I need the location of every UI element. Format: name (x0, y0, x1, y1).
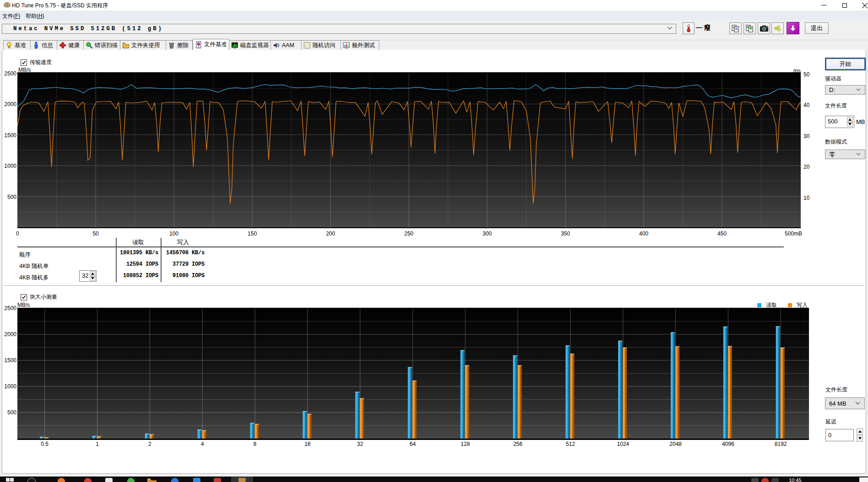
block-size-checkbox-row[interactable]: 块大小测量 (21, 293, 57, 301)
spin-up-button[interactable] (847, 117, 853, 122)
menu-file-label: 文件(F) (2, 13, 20, 19)
menu-help-label: 帮助(H) (26, 13, 44, 19)
write-bar-2048 (675, 346, 679, 439)
block-size-checkbox[interactable] (21, 294, 27, 300)
taskbar-app-green[interactable] (127, 478, 135, 482)
exit-button[interactable]: 退出 (805, 22, 829, 34)
magnifier-icon (86, 42, 93, 49)
chart2-ytick: 500 (1, 409, 16, 416)
chart1-xtick: 100 (167, 230, 180, 237)
menu-help[interactable]: 帮助(H) (26, 12, 44, 20)
data-mode-combo[interactable]: 零 (825, 150, 865, 159)
spin-up-button[interactable] (857, 428, 863, 435)
chart1-y2tick: 50 (803, 71, 809, 78)
download-arrow-icon (790, 25, 796, 32)
spin-down-button[interactable] (857, 435, 863, 442)
arrow-up-icon (858, 430, 862, 433)
chart2-xtick: 8192 (769, 441, 792, 447)
minimize-button[interactable] (814, 0, 834, 11)
taskbar-active-app[interactable] (231, 477, 253, 482)
donate-button[interactable] (771, 22, 784, 34)
screenshot-button[interactable] (758, 22, 770, 34)
read-bar-4 (198, 429, 202, 439)
spin-up-button[interactable] (90, 271, 96, 276)
file-length-input[interactable]: 500 (825, 116, 854, 128)
tab-random-access[interactable]: 随机访问 (302, 40, 341, 50)
taskbar-app-blue[interactable] (171, 478, 178, 482)
table-write-value: 1456706 KB/s (120, 250, 205, 256)
tab-label: 磁盘监视器 (240, 42, 269, 49)
extra-tests-icon (343, 42, 350, 49)
taskbar-tray-icon1[interactable] (751, 478, 759, 482)
legend-write-swatch (788, 303, 792, 307)
folder-icon (122, 42, 129, 49)
transfer-speed-label: 传输速度 (30, 59, 52, 66)
maximize-button[interactable] (834, 0, 855, 11)
chart1-xtick: 0 (16, 230, 19, 237)
chart2-xtick: 64 (401, 441, 424, 447)
tab-folder-usage[interactable]: 文件夹使用 (120, 40, 166, 50)
taskbar-folder-icon[interactable] (147, 478, 156, 482)
copy-image-button[interactable] (744, 22, 756, 34)
temperature-button[interactable] (683, 22, 695, 34)
section-divider (4, 285, 864, 286)
file-length-spinner[interactable] (847, 117, 853, 127)
copy-text-button[interactable] (729, 22, 742, 34)
taskbar-app-orange[interactable] (58, 478, 65, 482)
drive-select-value: Netac NVMe SSD 512GB (512 gB) (13, 26, 163, 32)
read-bar-128 (460, 350, 464, 439)
show-desktop-button[interactable] (859, 477, 868, 482)
trash-icon (168, 42, 175, 49)
tab-disk-monitor[interactable]: 磁盘监视器 (229, 40, 271, 50)
bulb-icon (5, 42, 13, 49)
taskbar-start-button[interactable] (6, 478, 14, 482)
copy-image-icon (746, 25, 754, 32)
taskbar-app-red[interactable] (84, 478, 92, 482)
tab-error-scan[interactable]: 错误扫描 (84, 40, 120, 50)
drive-combo[interactable]: D: (825, 85, 865, 95)
chart2-xtick: 0.5 (33, 441, 56, 447)
drive-select[interactable]: Netac NVMe SSD 512GB (512 gB) (2, 24, 676, 34)
delay-spinner[interactable] (857, 428, 863, 442)
taskbar-app-photos[interactable] (214, 478, 221, 482)
tab-info[interactable]: 信息 (31, 40, 57, 50)
taskbar-tray-icon3[interactable] (771, 478, 779, 482)
chart2-xtick: 32 (349, 441, 372, 447)
spin-down-button[interactable] (847, 122, 853, 127)
transfer-speed-checkbox-row[interactable]: 传输速度 (21, 59, 52, 66)
write-bar-4 (202, 430, 206, 439)
taskbar-app-blue2[interactable] (193, 478, 200, 482)
tab-file-benchmark[interactable]: 文件基准 (193, 39, 229, 50)
read-bar-16 (303, 411, 307, 439)
update-button[interactable] (787, 22, 799, 34)
queue-depth-input[interactable]: 32 (79, 270, 97, 282)
file-length-label: 文件长度 (825, 102, 847, 110)
file-length-unit: MB (856, 118, 865, 125)
table-row-label: 4KB 随机单 (19, 262, 49, 270)
chevron-down-icon (856, 88, 861, 91)
delay-input[interactable]: 0 (825, 429, 854, 441)
read-bar-8192 (776, 327, 780, 439)
transfer-speed-chart (17, 72, 801, 230)
folder-icon (147, 478, 156, 482)
tab-aam[interactable]: AAM (271, 40, 302, 50)
taskbar-search-icon[interactable] (27, 478, 36, 482)
menu-file[interactable]: 文件(F) (2, 12, 20, 20)
file-length2-combo[interactable]: 64 MB (825, 397, 865, 409)
toolbar: Netac NVMe SSD 512GB (512 gB) — 癈 退出 (0, 21, 868, 40)
spin-down-button[interactable] (90, 276, 96, 281)
tab-erase[interactable]: 擦除 (166, 40, 193, 50)
transfer-speed-checkbox[interactable] (21, 59, 27, 66)
file-length-value: 500 (828, 118, 838, 125)
tab-benchmark[interactable]: 基准 (3, 40, 31, 50)
file-length2-combo-value: 64 MB (829, 400, 846, 407)
taskbar-tray-icon2[interactable] (761, 478, 769, 482)
close-button[interactable] (855, 0, 868, 11)
queue-depth-spinner[interactable] (90, 271, 96, 281)
tab-extra-tests[interactable]: 额外测试 (341, 40, 379, 50)
drive-select-chevron-icon[interactable] (667, 27, 672, 30)
start-button[interactable]: 开始 (825, 58, 866, 70)
taskbar-app-gray[interactable] (105, 478, 113, 482)
tab-label: AAM (282, 42, 294, 48)
tab-health[interactable]: 健康 (57, 40, 84, 50)
